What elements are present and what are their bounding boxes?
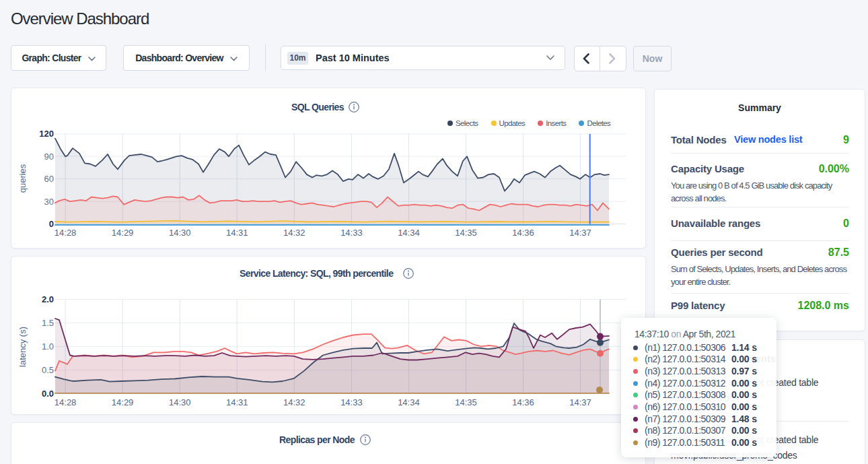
svg-text:14:34: 14:34 [398,397,420,407]
svg-text:2.0: 2.0 [42,294,54,304]
svg-text:14:33: 14:33 [340,228,363,238]
svg-text:1.5: 1.5 [42,318,54,328]
svg-text:0: 0 [49,219,54,229]
svg-text:14:37: 14:37 [569,228,591,238]
svg-text:14:29: 14:29 [112,228,134,238]
svg-text:14:32: 14:32 [283,228,305,238]
svg-text:14:35: 14:35 [455,228,477,238]
svg-text:latency (s): latency (s) [17,327,28,367]
svg-text:14:31: 14:31 [226,228,248,238]
svg-text:14:28: 14:28 [55,397,77,407]
svg-text:14:36: 14:36 [512,397,534,407]
svg-text:14:28: 14:28 [55,228,77,238]
svg-text:90: 90 [44,152,54,162]
svg-text:14:34: 14:34 [398,228,420,238]
svg-text:60: 60 [44,174,54,184]
svg-text:14:35: 14:35 [455,397,477,407]
svg-text:0.5: 0.5 [42,365,54,375]
svg-text:14:31: 14:31 [226,397,248,407]
svg-text:30: 30 [44,197,54,207]
svg-text:14:32: 14:32 [283,397,305,407]
svg-text:14:30: 14:30 [169,397,191,407]
svg-text:14:33: 14:33 [340,397,363,407]
svg-text:120: 120 [39,129,54,139]
svg-text:14:30: 14:30 [169,228,191,238]
svg-text:queries: queries [17,164,28,193]
svg-text:0.0: 0.0 [42,389,54,399]
svg-text:14:37: 14:37 [569,397,591,407]
svg-text:1.0: 1.0 [42,341,54,352]
svg-text:14:29: 14:29 [112,397,134,407]
svg-text:14:36: 14:36 [512,228,534,238]
